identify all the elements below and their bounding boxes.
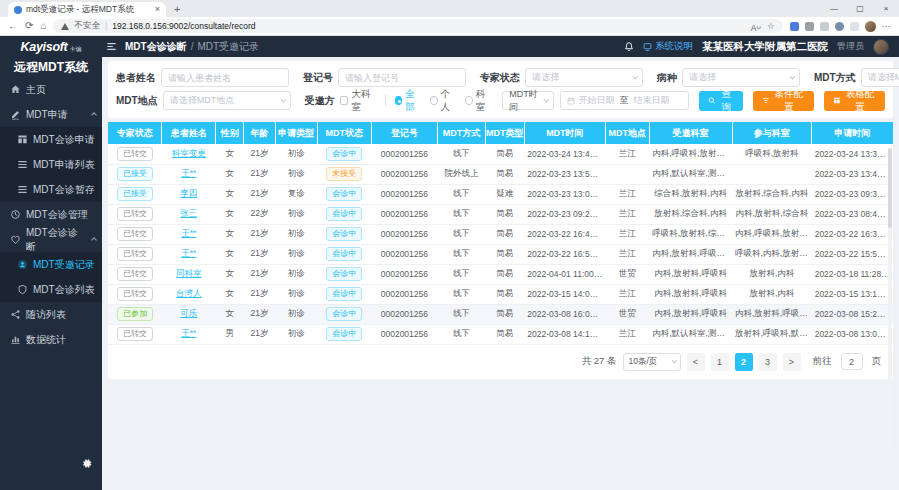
cell-reg-no: 0002001256 (371, 144, 437, 164)
insecure-warning-icon (61, 23, 69, 30)
patient-name-link[interactable]: 张三 (180, 208, 197, 218)
sidebar-item[interactable]: MDT申请列表 (0, 152, 102, 177)
sidebar-item[interactable]: MDT会诊管理 (0, 202, 102, 227)
patient-name-link[interactable]: 王** (181, 328, 196, 338)
cell-gender: 女 (216, 184, 244, 204)
cell-mdt-type: 简易 (485, 144, 524, 164)
date-range-input[interactable]: 开始日期 至 结束日期 (560, 91, 689, 110)
condition-config-button[interactable]: 条件配置 (753, 91, 814, 111)
column-header: 年龄 (244, 122, 275, 144)
sidebar-item[interactable]: MDT申请 (0, 102, 102, 127)
patient-name-link[interactable]: 王** (181, 228, 196, 238)
sidebar-item-label: MDT会诊暂存 (33, 183, 95, 197)
cell-mdt-mode: 线下 (438, 264, 486, 284)
page-button[interactable]: 1 (711, 353, 729, 371)
column-header: 专家状态 (108, 122, 162, 144)
collapse-sidebar-icon[interactable] (106, 41, 117, 52)
cell-mdt-place (605, 164, 649, 184)
shield-icon (17, 284, 28, 295)
mdt-place-select[interactable]: 请选择MDT地点 (163, 91, 291, 110)
expert-status-badge: 已转交 (117, 147, 153, 161)
refresh-icon[interactable]: ⟳ (25, 21, 33, 31)
hospital-name: 某某医科大学附属第二医院 (702, 40, 828, 54)
cell-apply-type: 初诊 (275, 284, 317, 304)
window-maximize-button[interactable]: ▢ (847, 0, 873, 17)
cell-apply-time: 2022-03-23 09:35:39 (812, 184, 893, 204)
expert-status-badge: 已参加 (117, 307, 153, 321)
window-close-button[interactable]: × (873, 0, 899, 17)
cell-reg-no: 0002001256 (371, 264, 437, 284)
browser-menu-icon[interactable]: ⋯ (882, 21, 892, 31)
address-bar[interactable]: 不安全 | 192.168.0.156:9002/consultate/reco… (53, 19, 782, 33)
cell-invited-depts: 内科,默认科室,测试科室,放射科 (649, 164, 732, 184)
next-page-button[interactable]: > (783, 353, 801, 371)
app-header: Kayisoft 卡编 MDT会诊诊断 / MDT受邀记录 系统说明 某某医科大… (0, 36, 899, 57)
sidebar-item[interactable]: MDT受邀记录 (0, 252, 102, 277)
patient-name-link[interactable]: 同科室 (176, 268, 202, 278)
extension-icon[interactable] (820, 22, 829, 31)
patient-name-link[interactable]: 王** (181, 168, 196, 178)
cell-age: 21岁 (244, 164, 275, 184)
sidebar-item-label: MDT申请列表 (33, 158, 95, 172)
page-button[interactable]: 3 (759, 353, 777, 371)
table-config-button[interactable]: 表格配置 (824, 91, 885, 111)
jump-page-input[interactable] (841, 353, 863, 370)
sidebar-item[interactable]: 数据统计 (0, 327, 102, 352)
cell-invited-depts: 内科,放射科,呼吸科 (649, 264, 732, 284)
sidebar-item[interactable]: MDT会诊暂存 (0, 177, 102, 202)
sidebar-item[interactable]: 随访列表 (0, 302, 102, 327)
sidebar-item[interactable]: MDT会诊申请 (0, 127, 102, 152)
tab-close-icon[interactable]: × (155, 5, 160, 14)
cell-joined-depts: 放射科,内科 (732, 264, 812, 284)
browser-tab[interactable]: mdt受邀记录 - 远程MDT系统 × (8, 2, 166, 17)
back-icon[interactable]: ← (8, 21, 18, 31)
patient-name-link[interactable]: 王** (181, 248, 196, 258)
patient-name-input[interactable] (161, 68, 289, 87)
cell-patient: 同科室 (162, 264, 216, 284)
patient-name-link[interactable]: 台湾人 (176, 288, 202, 298)
mdt-mode-select[interactable]: 请选择MDT方式 (861, 68, 899, 87)
system-doc-link[interactable]: 系统说明 (643, 40, 693, 53)
expert-status-select[interactable]: 请选择 (525, 68, 643, 87)
sidebar-item[interactable]: MDT会诊诊断 (0, 227, 102, 252)
table-row: 已转交张三女22岁初诊会诊中0002001256线下简易2022-03-23 0… (108, 204, 893, 224)
mdt-status-badge: 会诊中 (326, 227, 362, 241)
gear-icon[interactable] (81, 455, 92, 466)
user-avatar[interactable] (873, 39, 889, 55)
table-scrollbar[interactable] (888, 148, 892, 448)
cell-invited-depts: 内科,放射科,呼吸科 (649, 304, 732, 324)
cell-mdt-time: 2022-03-15 14:00:00 (524, 284, 605, 304)
sidebar-item[interactable]: MDT会诊列表 (0, 277, 102, 302)
time-field-select[interactable]: MDT时间 (502, 91, 553, 110)
reg-no-input[interactable] (338, 68, 466, 87)
invitee-radio-dept[interactable]: 科室 (465, 88, 491, 114)
cell-apply-time: 2022-03-24 13:37:44 (812, 144, 893, 164)
page-size-select[interactable]: 10条/页 (623, 353, 681, 371)
extension-icon[interactable] (790, 22, 799, 31)
home-icon[interactable]: ⌂ (40, 21, 46, 31)
page-button[interactable]: 2 (735, 353, 753, 371)
breadcrumb-parent[interactable]: MDT会诊诊断 (125, 40, 187, 54)
read-aloud-icon[interactable]: A␣ (751, 20, 761, 33)
extension-icon[interactable] (805, 22, 814, 31)
user-role[interactable]: 管理员 (837, 40, 864, 53)
table-icon (833, 96, 841, 105)
big-dept-checkbox[interactable] (340, 96, 348, 105)
new-tab-button[interactable]: + (174, 3, 180, 15)
window-minimize-button[interactable]: — (821, 0, 847, 17)
extension-icon[interactable] (850, 22, 859, 31)
patient-name-link[interactable]: 科室变更 (172, 148, 206, 158)
favorite-star-icon[interactable]: ☆ (767, 21, 775, 31)
browser-profile-avatar[interactable] (865, 21, 876, 32)
prev-page-button[interactable]: < (687, 353, 705, 371)
patient-name-link[interactable]: 可乐 (180, 308, 197, 318)
disease-select[interactable]: 请选择 (682, 68, 800, 87)
extension-icon[interactable] (835, 22, 844, 31)
bell-icon[interactable] (624, 38, 634, 56)
invitee-radio-personal[interactable]: 个人 (430, 88, 456, 114)
sidebar-item[interactable]: 主页 (0, 77, 102, 102)
search-button[interactable]: 查询 (699, 91, 744, 111)
patient-name-link[interactable]: 李四 (180, 188, 197, 198)
invitee-radio-all[interactable]: 全部 (395, 88, 421, 114)
cell-mdt-status: 会诊中 (317, 184, 371, 204)
